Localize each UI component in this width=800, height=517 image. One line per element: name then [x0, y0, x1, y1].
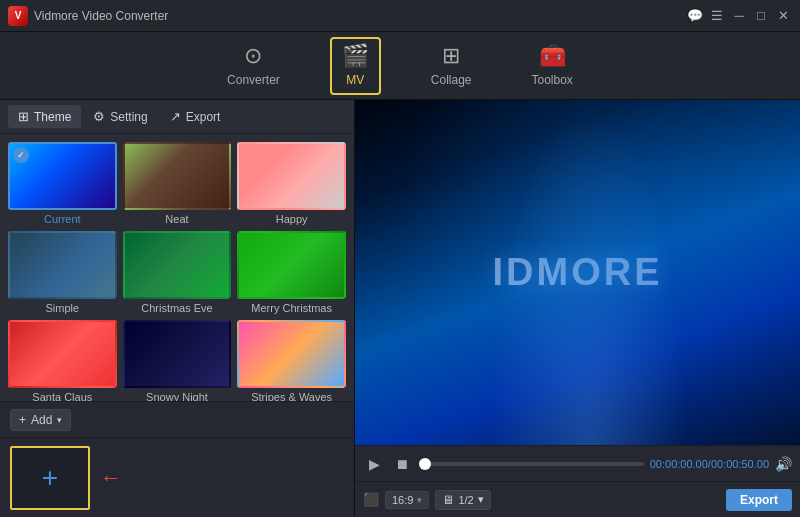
chat-icon[interactable]: 💬: [686, 7, 704, 25]
theme-card-christmas-eve[interactable]: Christmas Eve: [123, 231, 232, 314]
mv-icon: 🎬: [342, 43, 369, 69]
tab-strip: ⊞ Theme ⚙ Setting ↗ Export: [0, 100, 354, 134]
tab-setting-label: Setting: [110, 110, 147, 124]
menu-icon[interactable]: ☰: [708, 7, 726, 25]
tab-theme[interactable]: ⊞ Theme: [8, 105, 81, 128]
setting-tab-icon: ⚙: [93, 109, 105, 124]
main-content: ⊞ Theme ⚙ Setting ↗ Export ✓CurrentNeatH…: [0, 100, 800, 517]
progress-bar[interactable]: [419, 462, 644, 466]
time-display: 00:00:00.00/00:00:50.00: [650, 458, 769, 470]
selected-badge: ✓: [13, 147, 29, 163]
close-button[interactable]: ✕: [774, 7, 792, 25]
tab-theme-label: Theme: [34, 110, 71, 124]
ratio-select[interactable]: 16:9 ▾: [385, 491, 429, 509]
theme-thumb-happy: [237, 142, 346, 210]
title-bar: V Vidmore Video Converter 💬 ☰ ─ □ ✕: [0, 0, 800, 32]
volume-icon[interactable]: 🔊: [775, 456, 792, 472]
add-bar: + Add ▾: [0, 401, 354, 437]
app-title: Vidmore Video Converter: [34, 9, 686, 23]
progress-thumb: [419, 458, 431, 470]
minimize-button[interactable]: ─: [730, 7, 748, 25]
theme-card-merry-christmas[interactable]: Merry Christmas: [237, 231, 346, 314]
left-panel: ⊞ Theme ⚙ Setting ↗ Export ✓CurrentNeatH…: [0, 100, 355, 517]
theme-card-neat[interactable]: Neat: [123, 142, 232, 225]
add-plus-icon: +: [19, 413, 26, 427]
theme-thumb-merry-christmas: [237, 231, 346, 299]
add-button-label: Add: [31, 413, 52, 427]
theme-label-santa-claus: Santa Claus: [32, 391, 92, 401]
theme-label-snowy-night: Snowy Night: [146, 391, 208, 401]
theme-label-simple: Simple: [46, 302, 80, 314]
nav-collage[interactable]: ⊞ Collage: [421, 39, 482, 93]
ratio-value: 16:9: [392, 494, 413, 506]
tab-setting[interactable]: ⚙ Setting: [83, 105, 157, 128]
theme-card-santa-claus[interactable]: Santa Claus: [8, 320, 117, 401]
theme-thumb-christmas-eve: [123, 231, 232, 299]
play-button[interactable]: ▶: [363, 453, 385, 475]
theme-thumb-snowy-night: [123, 320, 232, 388]
theme-thumb-neat: [123, 142, 232, 210]
toolbox-icon: 🧰: [539, 43, 566, 69]
app-logo: V: [8, 6, 28, 26]
nav-converter[interactable]: ⊙ Converter: [217, 39, 290, 93]
tab-export[interactable]: ↗ Export: [160, 105, 231, 128]
nav-mv[interactable]: 🎬 MV: [330, 37, 381, 95]
theme-card-happy[interactable]: Happy: [237, 142, 346, 225]
monitor-value: 1/2: [458, 494, 473, 506]
nav-mv-label: MV: [346, 73, 364, 87]
ratio-dropdown-icon: ▾: [417, 495, 422, 505]
stop-button[interactable]: ⏹: [391, 453, 413, 475]
monitor-select[interactable]: 🖥 1/2 ▾: [435, 490, 490, 510]
bottom-bar: ⬛ 16:9 ▾ 🖥 1/2 ▾ Export: [355, 481, 800, 517]
theme-card-simple[interactable]: Simple: [8, 231, 117, 314]
theme-label-christmas-eve: Christmas Eve: [141, 302, 213, 314]
collage-icon: ⊞: [442, 43, 460, 69]
right-panel: IDMORE ▶ ⏹ 00:00:00.00/00:00:50.00 🔊 ⬛ 1…: [355, 100, 800, 517]
converter-icon: ⊙: [244, 43, 262, 69]
nav-collage-label: Collage: [431, 73, 472, 87]
cave-effect-decoration: [355, 100, 800, 445]
add-dropdown-icon: ▾: [57, 415, 62, 425]
monitor-icon: 🖥: [442, 493, 454, 507]
arrow-indicator: ←: [100, 465, 122, 491]
nav-toolbox[interactable]: 🧰 Toolbox: [522, 39, 583, 93]
media-add-plus-icon: +: [42, 462, 58, 494]
maximize-button[interactable]: □: [752, 7, 770, 25]
theme-card-stripes-waves[interactable]: Stripes & Waves: [237, 320, 346, 401]
export-tab-icon: ↗: [170, 109, 181, 124]
theme-thumb-current: ✓: [8, 142, 117, 210]
theme-label-happy: Happy: [276, 213, 308, 225]
monitor-dropdown-icon: ▾: [478, 493, 484, 506]
theme-tab-icon: ⊞: [18, 109, 29, 124]
video-preview: IDMORE: [355, 100, 800, 445]
media-strip: + ←: [0, 437, 354, 517]
theme-label-current: Current: [44, 213, 81, 225]
theme-grid: ✓CurrentNeatHappySimpleChristmas EveMerr…: [0, 134, 354, 401]
nav-converter-label: Converter: [227, 73, 280, 87]
add-button[interactable]: + Add ▾: [10, 409, 71, 431]
nav-bar: ⊙ Converter 🎬 MV ⊞ Collage 🧰 Toolbox: [0, 32, 800, 100]
media-add-box[interactable]: +: [10, 446, 90, 510]
theme-thumb-santa-claus: [8, 320, 117, 388]
theme-card-current[interactable]: ✓Current: [8, 142, 117, 225]
aspect-ratio-icon: ⬛: [363, 492, 379, 507]
export-button[interactable]: Export: [726, 489, 792, 511]
controls-bar: ▶ ⏹ 00:00:00.00/00:00:50.00 🔊: [355, 445, 800, 481]
nav-toolbox-label: Toolbox: [532, 73, 573, 87]
theme-label-stripes-waves: Stripes & Waves: [251, 391, 332, 401]
theme-thumb-simple: [8, 231, 117, 299]
theme-label-merry-christmas: Merry Christmas: [251, 302, 332, 314]
tab-export-label: Export: [186, 110, 221, 124]
theme-thumb-stripes-waves: [237, 320, 346, 388]
theme-card-snowy-night[interactable]: Snowy Night: [123, 320, 232, 401]
theme-label-neat: Neat: [165, 213, 188, 225]
window-controls: 💬 ☰ ─ □ ✕: [686, 7, 792, 25]
